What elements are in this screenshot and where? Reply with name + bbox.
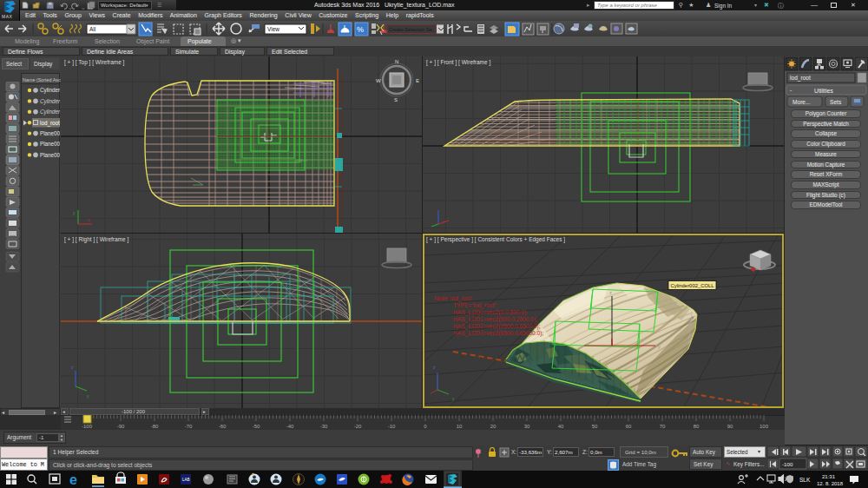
svg-text:HAS_LOD0=vec2(0.0,500.0);: HAS_LOD0=vec2(0.0,500.0); [453, 309, 528, 316]
svg-text:E: E [416, 78, 419, 83]
svg-text:View: View [267, 26, 279, 32]
svg-text:HAS_LOD3=vec2(6500.0,65000.0);: HAS_LOD3=vec2(6500.0,65000.0); [453, 330, 543, 337]
svg-text:S: S [394, 97, 398, 102]
svg-text:lod_root: lod_root [790, 75, 811, 82]
svg-text:TYPE="lod_root";: TYPE="lod_root"; [453, 302, 498, 309]
svg-text:SLK: SLK [799, 477, 811, 483]
svg-text:80: 80 [694, 424, 700, 429]
svg-text:-20: -20 [354, 424, 362, 429]
svg-text:N: N [395, 59, 398, 64]
svg-text:[ + ] [ Top ] [ Wireframe ]: [ + ] [ Top ] [ Wireframe ] [64, 59, 125, 66]
svg-text:%: % [357, 25, 364, 34]
svg-text:-30: -30 [320, 424, 328, 429]
svg-text:50: 50 [592, 424, 598, 429]
svg-text:y: y [658, 344, 661, 349]
svg-text:-100: -100 [82, 424, 93, 429]
svg-text:[ + ] [ Front ] [ Wireframe ]: [ + ] [ Front ] [ Wireframe ] [426, 59, 490, 66]
svg-text:LAB: LAB [182, 478, 190, 482]
svg-text:20: 20 [490, 424, 496, 429]
svg-text:Cylinder002_COLL: Cylinder002_COLL [671, 283, 715, 288]
svg-text:40: 40 [558, 424, 564, 429]
svg-text:Node 'lod_root':: Node 'lod_root': [434, 295, 474, 302]
svg-text:-100: -100 [782, 461, 793, 467]
svg-text:-90: -90 [117, 424, 125, 429]
svg-text:Cylinder0: Cylinder0 [40, 98, 60, 105]
svg-text:Plane004: Plane004 [40, 152, 60, 158]
svg-text:21:31: 21:31 [822, 474, 836, 479]
svg-text:-60: -60 [219, 424, 227, 429]
svg-text:W: W [376, 78, 381, 83]
svg-text:0: 0 [424, 424, 427, 429]
svg-text:10: 10 [457, 424, 463, 429]
svg-text:More...: More... [792, 99, 811, 105]
svg-text:70: 70 [660, 424, 666, 429]
svg-text:z: z [609, 290, 612, 295]
svg-text:[ + ] [ Perspective ] [ Consis: [ + ] [ Perspective ] [ Consistent Color… [426, 236, 565, 243]
svg-text:-50: -50 [253, 424, 260, 429]
svg-text:100: 100 [760, 424, 769, 429]
svg-text:HAS_LOD1=vec2(500.0,2500.0);: HAS_LOD1=vec2(500.0,2500.0); [453, 316, 537, 323]
svg-text:Utilities: Utilities [814, 88, 834, 94]
svg-text:[ + ] [ Right ] [ Wireframe ]: [ + ] [ Right ] [ Wireframe ] [64, 236, 128, 243]
svg-text:HAS_LOD2=vec2(2500.0,6500.0);: HAS_LOD2=vec2(2500.0,6500.0); [453, 323, 541, 330]
svg-text:Plane002: Plane002 [40, 141, 60, 147]
svg-text:30: 30 [524, 424, 530, 429]
svg-text:e: e [69, 472, 77, 487]
svg-text:-40: -40 [286, 424, 294, 429]
svg-text:90: 90 [727, 424, 733, 429]
svg-text:Cylinder0: Cylinder0 [40, 109, 60, 115]
svg-text:Sets: Sets [830, 99, 842, 105]
svg-text:-10: -10 [388, 424, 396, 429]
svg-text:Cylinder0: Cylinder0 [40, 87, 60, 94]
svg-text:-80: -80 [151, 424, 159, 429]
svg-text:-70: -70 [185, 424, 193, 429]
svg-text:12. 8. 2018: 12. 8. 2018 [817, 481, 844, 486]
svg-text:All: All [89, 26, 96, 32]
svg-text:60: 60 [626, 424, 632, 429]
svg-text:Plane001: Plane001 [40, 130, 60, 136]
svg-text:Create Selection Se: Create Selection Se [389, 27, 432, 32]
svg-text:lod_root: lod_root [40, 120, 60, 127]
